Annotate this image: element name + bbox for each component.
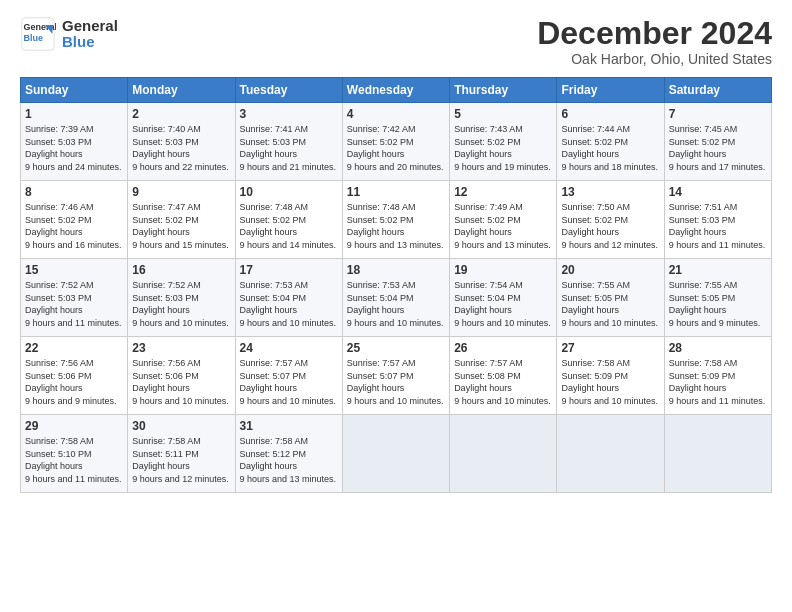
cell-info: Sunrise: 7:57 AM Sunset: 5:08 PM Dayligh…	[454, 357, 552, 407]
day-number: 17	[240, 263, 338, 277]
table-row: 12 Sunrise: 7:49 AM Sunset: 5:02 PM Dayl…	[450, 181, 557, 259]
table-row: 20 Sunrise: 7:55 AM Sunset: 5:05 PM Dayl…	[557, 259, 664, 337]
table-row: 10 Sunrise: 7:48 AM Sunset: 5:02 PM Dayl…	[235, 181, 342, 259]
table-row	[450, 415, 557, 493]
day-number: 7	[669, 107, 767, 121]
cell-info: Sunrise: 7:42 AM Sunset: 5:02 PM Dayligh…	[347, 123, 445, 173]
logo-general-text: General	[62, 18, 118, 35]
logo: General Blue General Blue	[20, 16, 118, 52]
cell-info: Sunrise: 7:58 AM Sunset: 5:10 PM Dayligh…	[25, 435, 123, 485]
table-row: 8 Sunrise: 7:46 AM Sunset: 5:02 PM Dayli…	[21, 181, 128, 259]
cell-info: Sunrise: 7:48 AM Sunset: 5:02 PM Dayligh…	[347, 201, 445, 251]
calendar-week-row: 22 Sunrise: 7:56 AM Sunset: 5:06 PM Dayl…	[21, 337, 772, 415]
day-number: 2	[132, 107, 230, 121]
day-number: 23	[132, 341, 230, 355]
table-row: 14 Sunrise: 7:51 AM Sunset: 5:03 PM Dayl…	[664, 181, 771, 259]
table-row	[664, 415, 771, 493]
cell-info: Sunrise: 7:39 AM Sunset: 5:03 PM Dayligh…	[25, 123, 123, 173]
table-row: 1 Sunrise: 7:39 AM Sunset: 5:03 PM Dayli…	[21, 103, 128, 181]
day-number: 4	[347, 107, 445, 121]
day-number: 13	[561, 185, 659, 199]
table-row: 26 Sunrise: 7:57 AM Sunset: 5:08 PM Dayl…	[450, 337, 557, 415]
calendar-table: Sunday Monday Tuesday Wednesday Thursday…	[20, 77, 772, 493]
cell-info: Sunrise: 7:40 AM Sunset: 5:03 PM Dayligh…	[132, 123, 230, 173]
page-container: General Blue General Blue December 2024 …	[0, 0, 792, 503]
cell-info: Sunrise: 7:52 AM Sunset: 5:03 PM Dayligh…	[25, 279, 123, 329]
header: General Blue General Blue December 2024 …	[20, 16, 772, 67]
day-number: 5	[454, 107, 552, 121]
month-title: December 2024	[537, 16, 772, 51]
day-number: 8	[25, 185, 123, 199]
col-friday: Friday	[557, 78, 664, 103]
table-row: 16 Sunrise: 7:52 AM Sunset: 5:03 PM Dayl…	[128, 259, 235, 337]
day-number: 24	[240, 341, 338, 355]
cell-info: Sunrise: 7:51 AM Sunset: 5:03 PM Dayligh…	[669, 201, 767, 251]
table-row: 17 Sunrise: 7:53 AM Sunset: 5:04 PM Dayl…	[235, 259, 342, 337]
table-row: 21 Sunrise: 7:55 AM Sunset: 5:05 PM Dayl…	[664, 259, 771, 337]
cell-info: Sunrise: 7:46 AM Sunset: 5:02 PM Dayligh…	[25, 201, 123, 251]
cell-info: Sunrise: 7:54 AM Sunset: 5:04 PM Dayligh…	[454, 279, 552, 329]
day-number: 6	[561, 107, 659, 121]
day-number: 12	[454, 185, 552, 199]
cell-info: Sunrise: 7:56 AM Sunset: 5:06 PM Dayligh…	[132, 357, 230, 407]
col-sunday: Sunday	[21, 78, 128, 103]
day-number: 27	[561, 341, 659, 355]
day-number: 11	[347, 185, 445, 199]
calendar-week-row: 8 Sunrise: 7:46 AM Sunset: 5:02 PM Dayli…	[21, 181, 772, 259]
table-row: 6 Sunrise: 7:44 AM Sunset: 5:02 PM Dayli…	[557, 103, 664, 181]
table-row: 24 Sunrise: 7:57 AM Sunset: 5:07 PM Dayl…	[235, 337, 342, 415]
cell-info: Sunrise: 7:53 AM Sunset: 5:04 PM Dayligh…	[347, 279, 445, 329]
table-row: 23 Sunrise: 7:56 AM Sunset: 5:06 PM Dayl…	[128, 337, 235, 415]
col-monday: Monday	[128, 78, 235, 103]
day-number: 26	[454, 341, 552, 355]
col-tuesday: Tuesday	[235, 78, 342, 103]
day-number: 29	[25, 419, 123, 433]
cell-info: Sunrise: 7:45 AM Sunset: 5:02 PM Dayligh…	[669, 123, 767, 173]
day-number: 28	[669, 341, 767, 355]
cell-info: Sunrise: 7:52 AM Sunset: 5:03 PM Dayligh…	[132, 279, 230, 329]
day-number: 15	[25, 263, 123, 277]
table-row: 11 Sunrise: 7:48 AM Sunset: 5:02 PM Dayl…	[342, 181, 449, 259]
table-row: 28 Sunrise: 7:58 AM Sunset: 5:09 PM Dayl…	[664, 337, 771, 415]
table-row	[557, 415, 664, 493]
svg-text:Blue: Blue	[24, 33, 44, 43]
calendar-week-row: 29 Sunrise: 7:58 AM Sunset: 5:10 PM Dayl…	[21, 415, 772, 493]
table-row	[342, 415, 449, 493]
table-row: 18 Sunrise: 7:53 AM Sunset: 5:04 PM Dayl…	[342, 259, 449, 337]
logo-icon: General Blue	[20, 16, 56, 52]
cell-info: Sunrise: 7:55 AM Sunset: 5:05 PM Dayligh…	[561, 279, 659, 329]
col-saturday: Saturday	[664, 78, 771, 103]
table-row: 7 Sunrise: 7:45 AM Sunset: 5:02 PM Dayli…	[664, 103, 771, 181]
cell-info: Sunrise: 7:58 AM Sunset: 5:09 PM Dayligh…	[669, 357, 767, 407]
calendar-week-row: 15 Sunrise: 7:52 AM Sunset: 5:03 PM Dayl…	[21, 259, 772, 337]
day-number: 25	[347, 341, 445, 355]
table-row: 4 Sunrise: 7:42 AM Sunset: 5:02 PM Dayli…	[342, 103, 449, 181]
cell-info: Sunrise: 7:58 AM Sunset: 5:11 PM Dayligh…	[132, 435, 230, 485]
day-number: 22	[25, 341, 123, 355]
table-row: 30 Sunrise: 7:58 AM Sunset: 5:11 PM Dayl…	[128, 415, 235, 493]
title-block: December 2024 Oak Harbor, Ohio, United S…	[537, 16, 772, 67]
cell-info: Sunrise: 7:48 AM Sunset: 5:02 PM Dayligh…	[240, 201, 338, 251]
day-number: 1	[25, 107, 123, 121]
cell-info: Sunrise: 7:44 AM Sunset: 5:02 PM Dayligh…	[561, 123, 659, 173]
day-number: 9	[132, 185, 230, 199]
cell-info: Sunrise: 7:53 AM Sunset: 5:04 PM Dayligh…	[240, 279, 338, 329]
table-row: 31 Sunrise: 7:58 AM Sunset: 5:12 PM Dayl…	[235, 415, 342, 493]
cell-info: Sunrise: 7:56 AM Sunset: 5:06 PM Dayligh…	[25, 357, 123, 407]
table-row: 3 Sunrise: 7:41 AM Sunset: 5:03 PM Dayli…	[235, 103, 342, 181]
calendar-week-row: 1 Sunrise: 7:39 AM Sunset: 5:03 PM Dayli…	[21, 103, 772, 181]
logo-blue-text: Blue	[62, 34, 118, 51]
table-row: 25 Sunrise: 7:57 AM Sunset: 5:07 PM Dayl…	[342, 337, 449, 415]
cell-info: Sunrise: 7:49 AM Sunset: 5:02 PM Dayligh…	[454, 201, 552, 251]
header-row: Sunday Monday Tuesday Wednesday Thursday…	[21, 78, 772, 103]
table-row: 2 Sunrise: 7:40 AM Sunset: 5:03 PM Dayli…	[128, 103, 235, 181]
day-number: 19	[454, 263, 552, 277]
day-number: 3	[240, 107, 338, 121]
day-number: 30	[132, 419, 230, 433]
day-number: 10	[240, 185, 338, 199]
day-number: 21	[669, 263, 767, 277]
calendar-body: 1 Sunrise: 7:39 AM Sunset: 5:03 PM Dayli…	[21, 103, 772, 493]
location-text: Oak Harbor, Ohio, United States	[537, 51, 772, 67]
col-wednesday: Wednesday	[342, 78, 449, 103]
day-number: 18	[347, 263, 445, 277]
